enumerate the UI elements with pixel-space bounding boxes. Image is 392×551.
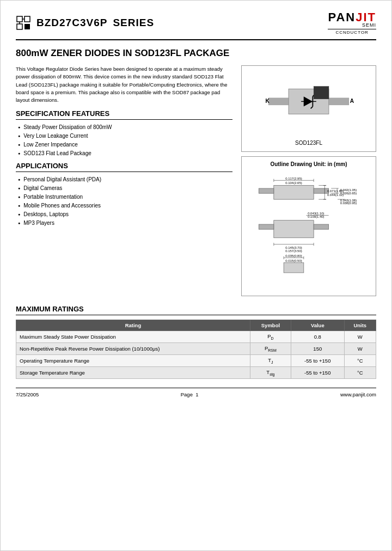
series-subtitle: SERIES — [113, 17, 154, 29]
svg-text:0.042(1.05): 0.042(1.05) — [340, 188, 357, 192]
svg-text:A: A — [350, 98, 354, 104]
app-item-4: Mobile Phones and Accessories — [18, 203, 232, 209]
svg-rect-17 — [274, 186, 314, 200]
rating-4: Storage Temperature Range — [16, 366, 250, 378]
symbol-3: TJ — [250, 354, 291, 366]
svg-rect-3 — [24, 24, 30, 29]
component-label: SOD123FL — [247, 140, 370, 146]
outline-box: Outline Drawing Unit: in (mm) 0.117(2.95… — [241, 156, 376, 296]
spec-list: Steady Power Dissipation of 800mW Very L… — [16, 124, 232, 156]
main-right: K A SOD123FL — [241, 65, 376, 296]
units-1: W — [344, 331, 376, 343]
ratings-title: MAXIMUM RATINGS — [16, 305, 376, 315]
brand-pan: PAN — [328, 10, 356, 24]
page-footer: 7/25/2005 Page 1 www.panjit.com — [16, 388, 376, 397]
watermark: PRELIMINARY — [1, 0, 17, 66]
series-title: BZD27C3V6P — [36, 17, 107, 29]
spec-item-2: Very Low Leakage Current — [18, 133, 232, 139]
svg-text:0.145(3.70): 0.145(3.70) — [285, 246, 302, 249]
table-row: Non-Repetitive Peak Reverse Power Dissip… — [16, 342, 376, 354]
app-item-3: Portable Instrumentation — [18, 194, 232, 200]
app-item-1: Personal Digital Assistant (PDA) — [18, 176, 232, 182]
svg-rect-1 — [24, 16, 30, 22]
applications-list: Personal Digital Assistant (PDA) Digital… — [16, 176, 232, 226]
table-row: Maximum Steady State Power Dissipation P… — [16, 331, 376, 343]
main-left: This Voltage Regulator Diode Series have… — [16, 65, 232, 296]
col-units: Units — [344, 320, 376, 331]
app-item-5: Desktops, Laptops — [18, 211, 232, 217]
col-value: Value — [291, 320, 345, 331]
footer-website: www.panjit.com — [340, 391, 376, 397]
spec-item-4: SOD123 Flat Lead Package — [18, 150, 232, 156]
main-content: This Voltage Regulator Diode Series have… — [16, 65, 376, 296]
page-header: BZD27C3V6P SERIES PANJIT SEMI CCNDUCTOR — [16, 10, 376, 40]
component-diagram-box: K A SOD123FL — [241, 65, 376, 152]
footer-page: Page 1 — [181, 391, 199, 397]
svg-rect-18 — [259, 188, 274, 193]
spec-item-1: Steady Power Dissipation of 800mW — [18, 124, 232, 130]
svg-rect-0 — [17, 16, 22, 22]
svg-text:0.043(1.10): 0.043(1.10) — [308, 212, 324, 215]
value-1: 0.8 — [291, 331, 345, 343]
units-2: W — [344, 342, 376, 354]
value-2: 150 — [291, 342, 345, 354]
svg-text:0.038(0.95): 0.038(0.95) — [340, 201, 357, 205]
svg-text:0.100(1.40): 0.100(1.40) — [308, 215, 324, 218]
col-symbol: Symbol — [250, 320, 291, 331]
svg-rect-16 — [314, 87, 329, 99]
rating-1: Maximum Steady State Power Dissipation — [16, 331, 250, 343]
brand-conductor: CCNDUCTOR — [328, 29, 376, 35]
spec-item-3: Low Zener Impedance — [18, 142, 232, 148]
main-title: 800mW ZENER DIODES IN SOD123FL PACKAGE — [16, 48, 376, 59]
app-item-2: Digital Cameras — [18, 185, 232, 191]
table-row: Operating Temperature Range TJ -55 to +1… — [16, 354, 376, 366]
rating-3: Operating Temperature Range — [16, 354, 250, 366]
panjit-brand: PANJIT SEMI CCNDUCTOR — [328, 10, 376, 35]
description: This Voltage Regulator Diode Series have… — [16, 65, 232, 104]
svg-text:K: K — [266, 98, 270, 104]
svg-text:0.035(0.80): 0.035(0.80) — [285, 254, 302, 258]
header-left: BZD27C3V6P SERIES — [16, 15, 154, 30]
svg-rect-8 — [329, 98, 349, 105]
outline-title: Outline Drawing Unit: in (mm) — [246, 161, 371, 167]
symbol-1: PD — [250, 331, 291, 343]
svg-rect-19 — [314, 188, 329, 193]
svg-rect-42 — [314, 224, 329, 229]
value-4: -55 to +150 — [291, 366, 345, 378]
spec-title: SPECIFICATION FEATURES — [16, 109, 232, 120]
footer-date: 7/25/2005 — [16, 391, 39, 397]
applications-title: APPLICATIONS — [16, 162, 232, 172]
rating-2: Non-Repetitive Peak Reverse Power Dissip… — [16, 342, 250, 354]
company-logo-icon — [16, 15, 31, 30]
svg-text:0.157(3.50): 0.157(3.50) — [285, 249, 302, 253]
units-4: °C — [344, 366, 376, 378]
units-3: °C — [344, 354, 376, 366]
svg-text:0.117(2.95): 0.117(2.95) — [285, 177, 302, 180]
ratings-table: Rating Symbol Value Units Maximum Steady… — [16, 320, 376, 379]
symbol-2: PRSM — [250, 342, 291, 354]
spec-section: SPECIFICATION FEATURES Steady Power Diss… — [16, 109, 232, 156]
col-rating: Rating — [16, 320, 250, 331]
app-item-6: MP3 Players — [18, 220, 232, 226]
svg-rect-40 — [274, 221, 314, 238]
svg-text:0.026(0.65): 0.026(0.65) — [340, 192, 357, 195]
component-diagram-svg: K A — [254, 71, 363, 137]
table-row: Storage Temperature Range Tstg -55 to +1… — [16, 366, 376, 378]
ratings-section: MAXIMUM RATINGS Rating Symbol Value Unit… — [16, 305, 376, 379]
svg-rect-2 — [17, 24, 22, 29]
value-3: -55 to +150 — [291, 354, 345, 366]
svg-rect-7 — [268, 98, 289, 105]
svg-text:0.104(2.65): 0.104(2.65) — [285, 181, 302, 185]
svg-rect-41 — [259, 224, 274, 229]
applications-section: APPLICATIONS Personal Digital Assistant … — [16, 162, 232, 226]
svg-text:0.015(0.50): 0.015(0.50) — [285, 259, 302, 262]
svg-rect-51 — [284, 263, 304, 273]
outline-diagram-svg: 0.117(2.95) 0.104(2.65) 0.071(1.80) 0.04… — [246, 170, 371, 290]
symbol-4: Tstg — [250, 366, 291, 378]
